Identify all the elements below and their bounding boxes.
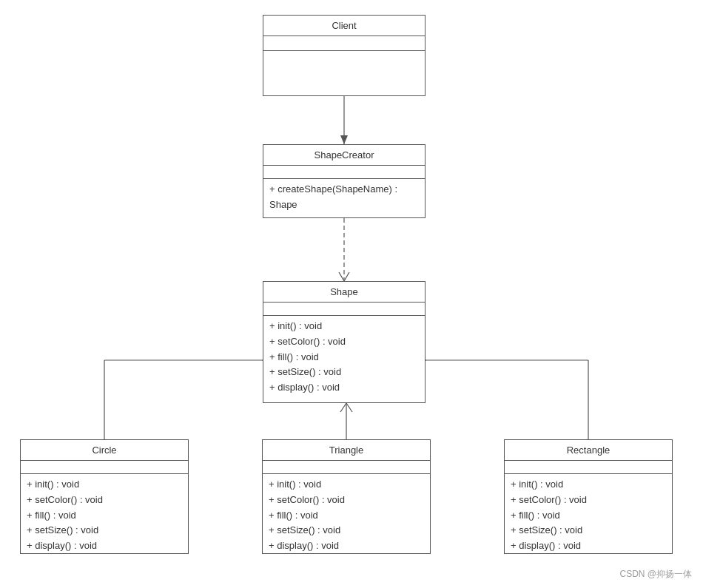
shapecreator-methods: + createShape(ShapeName) : Shape	[263, 179, 425, 216]
rectangle-box: Rectangle + init() : void + setColor() :…	[504, 439, 673, 554]
circle-box: Circle + init() : void + setColor() : vo…	[20, 439, 189, 554]
shape-box: Shape + init() : void + setColor() : voi…	[263, 281, 426, 403]
circle-attrs	[21, 461, 188, 474]
triangle-attrs	[263, 461, 430, 474]
diagram: Client ShapeCreator + createShape(ShapeN…	[0, 0, 703, 588]
triangle-box: Triangle + init() : void + setColor() : …	[262, 439, 431, 554]
rectangle-name: Rectangle	[505, 440, 672, 461]
shape-name: Shape	[263, 282, 425, 303]
circle-name: Circle	[21, 440, 188, 461]
svg-marker-1	[340, 135, 348, 144]
shapecreator-attrs	[263, 166, 425, 179]
shape-attrs	[263, 303, 425, 316]
triangle-methods: + init() : void + setColor() : void + fi…	[263, 474, 430, 557]
client-methods	[263, 51, 425, 66]
client-box: Client	[263, 15, 426, 96]
triangle-name: Triangle	[263, 440, 430, 461]
watermark: CSDN @抑扬一体	[619, 568, 692, 581]
circle-methods: + init() : void + setColor() : void + fi…	[21, 474, 188, 557]
client-attrs	[263, 36, 425, 51]
client-name: Client	[263, 16, 425, 36]
rectangle-attrs	[505, 461, 672, 474]
shapecreator-name: ShapeCreator	[263, 145, 425, 166]
shape-methods: + init() : void + setColor() : void + fi…	[263, 316, 425, 399]
rectangle-methods: + init() : void + setColor() : void + fi…	[505, 474, 672, 557]
shapecreator-box: ShapeCreator + createShape(ShapeName) : …	[263, 144, 426, 218]
